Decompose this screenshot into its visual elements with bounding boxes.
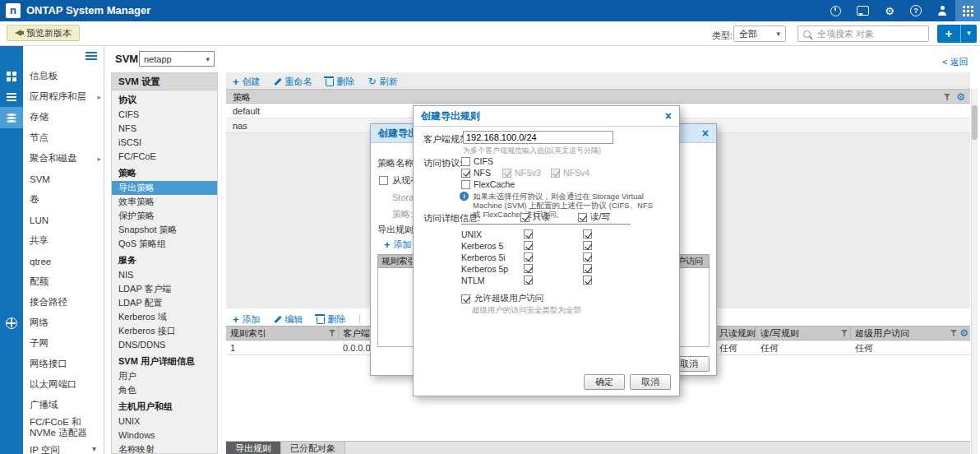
menu-hamburger-icon[interactable] [86,52,97,60]
edit-rule-button[interactable]: 编辑 [274,313,303,326]
sidebar-item-svm[interactable]: SVM [23,169,104,189]
filter-funnel-icon[interactable] [950,330,957,336]
settings-item-windows[interactable]: Windows [112,429,217,442]
sidebar-item-fc-nvme-adapters[interactable]: FC/FCoE 和 NVMe 适配器 [23,415,104,440]
settings-item-iscsi[interactable]: iSCSI [112,136,217,150]
delete-rule-button[interactable]: 删除 [317,313,346,326]
cancel-button[interactable]: 取消 [630,374,671,390]
sidebar-item-dashboard[interactable]: 信息板 [23,66,104,86]
cifs-checkbox[interactable] [461,157,470,166]
krb5p-readwrite-checkbox[interactable] [583,264,592,273]
krb5-readwrite-checkbox[interactable] [583,241,592,250]
tab-export-rules[interactable]: 导出规则 [226,442,281,454]
plus-icon[interactable]: + [937,25,961,43]
sidebar-item-volumes[interactable]: 卷 [23,189,104,210]
sidebar-item-storage[interactable]: 存储 [23,107,104,127]
krb5i-readonly-checkbox[interactable] [524,252,533,262]
dialog-add-rule-button[interactable]: 添加 [384,239,412,251]
superuser-checkbox[interactable] [461,294,470,303]
rename-policy-button[interactable]: 重命名 [274,76,312,88]
sidebar-item-lun[interactable]: LUN [23,210,104,230]
readonly-all-checkbox[interactable] [520,213,529,222]
allow-superuser-option[interactable]: 允许超级用户访问 [461,293,543,304]
sidebar-item-applications[interactable]: 应用程序和层 [23,86,104,107]
column-settings-gear-icon[interactable] [956,92,965,102]
help-icon[interactable] [910,5,922,16]
storage-category-icon[interactable] [0,107,23,128]
type-select[interactable]: 全部 [733,25,786,42]
filter-funnel-icon[interactable] [944,94,950,100]
ntlm-readwrite-checkbox[interactable] [583,276,592,285]
sidebar-item-shares[interactable]: 共享 [23,230,104,251]
krb5p-readonly-checkbox[interactable] [524,264,533,273]
sidebar-item-network[interactable]: 网络 [23,313,104,333]
krb5-readonly-checkbox[interactable] [524,241,533,250]
add-split-button[interactable]: + [937,25,977,43]
column-readwrite-rule[interactable]: 读/写规则 [756,327,851,340]
filter-funnel-icon[interactable] [329,330,335,336]
column-superuser-access[interactable]: 超级用户访问 [851,327,970,340]
sidebar-item-qtree[interactable]: qtree [23,251,104,271]
column-rule-index[interactable]: 规则索引 [226,327,339,340]
close-icon[interactable]: × [702,127,709,139]
preview-new-version-button[interactable]: 预览新版本 [7,25,80,41]
sidebar-item-nodes[interactable]: 节点 [23,127,104,148]
filter-funnel-icon[interactable] [841,330,848,336]
sidebar-item-subnets[interactable]: 子网 [23,333,104,354]
protocol-flexcache-option[interactable]: FlexCache [461,179,515,189]
settings-item-kerberos-realm[interactable]: Kerberos 域 [112,310,217,324]
create-policy-button[interactable]: 创建 [233,76,261,88]
network-category-icon[interactable] [0,313,23,334]
apps-grid-button[interactable] [955,0,980,21]
protocol-cifs-option[interactable]: CIFS [461,156,493,166]
ntlm-readonly-checkbox[interactable] [524,276,533,285]
settings-item-roles[interactable]: 角色 [112,383,217,397]
settings-item-snapshot-policies[interactable]: Snapshot 策略 [112,223,217,237]
dashboard-category-icon[interactable] [0,66,23,87]
vertical-scrollbar-thumb[interactable] [972,105,978,140]
nfs-checkbox[interactable] [461,169,470,178]
sidebar-item-junction-path[interactable]: 接合路径 [23,292,104,313]
refresh-button[interactable]: 刷新 [368,76,398,88]
readwrite-column-header[interactable]: 读/写 [578,211,610,223]
back-link[interactable]: < 返回 [942,56,968,68]
delete-policy-button[interactable]: 删除 [326,76,355,88]
settings-item-protection-policies[interactable]: 保护策略 [112,209,217,223]
sidebar-item-aggregates-disks[interactable]: 聚合和磁盘 [23,148,104,169]
column-settings-gear-icon[interactable] [959,328,968,338]
column-readonly-rule[interactable]: 只读规则 [715,327,756,340]
settings-item-ldap-config[interactable]: LDAP 配置 [112,296,217,310]
client-spec-input[interactable] [463,131,613,144]
ok-button[interactable]: 确定 [584,374,625,390]
tab-assigned-objects[interactable]: 已分配对象 [281,442,345,454]
user-icon[interactable] [937,6,947,16]
sidebar-scroll-down-icon[interactable] [92,444,96,453]
unix-readonly-checkbox[interactable] [524,229,533,239]
settings-item-fcfcoe[interactable]: FC/FCoE [112,150,217,164]
sidebar-item-network-interfaces[interactable]: 网络接口 [23,354,104,374]
applications-category-icon[interactable] [0,86,23,108]
search-input[interactable] [816,28,923,39]
settings-item-unix[interactable]: UNIX [112,415,217,429]
readonly-column-header[interactable]: 只读 [520,211,550,223]
vertical-scrollbar[interactable] [971,89,978,454]
settings-item-efficiency-policies[interactable]: 效率策略 [112,195,217,209]
recent-activity-icon[interactable] [830,6,841,16]
settings-item-nis[interactable]: NIS [112,268,217,282]
settings-item-kerberos-interface[interactable]: Kerberos 接口 [112,324,217,338]
close-icon[interactable]: × [665,110,672,122]
sidebar-item-broadcast-domains[interactable]: 广播域 [23,395,104,415]
unix-readwrite-checkbox[interactable] [583,229,592,239]
settings-item-ldap-client[interactable]: LDAP 客户端 [112,282,217,296]
chevron-down-icon[interactable] [961,25,977,43]
add-rule-button[interactable]: 添加 [233,313,261,326]
flexcache-checkbox[interactable] [461,180,470,189]
svm-select[interactable]: netapp [139,51,215,67]
readwrite-all-checkbox[interactable] [578,213,587,222]
settings-icon[interactable] [885,6,894,16]
settings-item-export-policies[interactable]: 导出策略 [112,181,217,195]
sidebar-item-ethernet-ports[interactable]: 以太网端口 [23,374,104,395]
settings-item-cifs[interactable]: CIFS [112,108,217,122]
settings-item-dns-ddns[interactable]: DNS/DDNS [112,338,217,352]
settings-item-name-mapping[interactable]: 名称映射 [112,442,217,454]
